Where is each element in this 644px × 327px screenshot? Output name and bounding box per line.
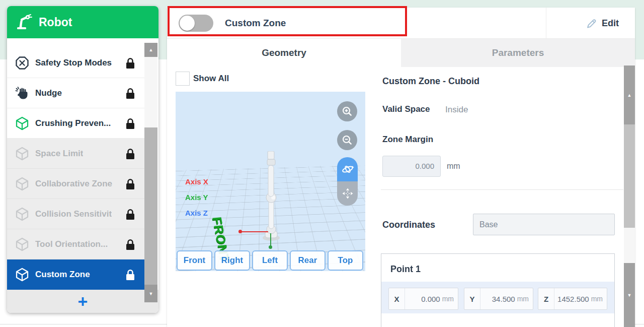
section-divider bbox=[381, 189, 623, 190]
toggle-knob bbox=[180, 16, 195, 31]
magnifier-minus-icon bbox=[342, 135, 353, 146]
edit-button[interactable]: Edit bbox=[570, 8, 635, 39]
sidebar-item-safety-stop-modes[interactable]: Safety Stop Modes bbox=[7, 48, 144, 78]
cube-icon bbox=[15, 207, 29, 221]
lock-icon bbox=[125, 148, 136, 160]
sidebar-item-nudge[interactable]: Nudge bbox=[7, 78, 144, 108]
3d-viewport[interactable]: Axis X Axis Y Axis Z FRONT bbox=[176, 92, 365, 271]
lock-icon bbox=[125, 57, 136, 69]
pan-mode-button[interactable] bbox=[337, 181, 358, 206]
add-zone-row: + bbox=[7, 290, 158, 313]
add-button[interactable]: + bbox=[78, 294, 88, 309]
point-title: Point 1 bbox=[390, 264, 421, 275]
zone-margin-label: Zone Margin bbox=[382, 135, 433, 145]
sidebar-scrollbar[interactable]: ▲ ▼ bbox=[144, 43, 157, 302]
sidebar-item-label: Nudge bbox=[35, 88, 62, 98]
panel-scroll-up-button[interactable]: ▲ bbox=[624, 66, 635, 124]
sidebar-item-label: Custom Zone bbox=[35, 270, 90, 280]
sidebar-item-label: Space Limit bbox=[35, 149, 83, 159]
sidebar-item-collision-sensitivity[interactable]: Collision Sensitivit bbox=[7, 199, 144, 229]
zone-toggle-label: Custom Zone bbox=[225, 8, 286, 39]
sidebar-title: Robot bbox=[39, 16, 72, 29]
axis-letter: Y bbox=[464, 288, 480, 309]
unit-label: mm bbox=[517, 295, 533, 303]
sidebar: Robot Safety Stop Modes bbox=[7, 6, 158, 313]
main-panel: Custom Zone Edit Geometry Parameters Sho… bbox=[167, 8, 635, 327]
view-top-button[interactable]: Top bbox=[328, 250, 363, 271]
coordinates-select[interactable]: Base bbox=[473, 214, 615, 235]
zoom-in-button[interactable] bbox=[337, 101, 357, 121]
sidebar-item-space-limit[interactable]: Space Limit bbox=[7, 139, 144, 169]
app-window: Robot Safety Stop Modes bbox=[0, 0, 644, 327]
sidebar-item-crushing-prevention[interactable]: Crushing Preven... bbox=[7, 108, 144, 139]
point-y-value: 34.500 bbox=[480, 295, 517, 303]
sidebar-item-collaborative-zone[interactable]: Collaborative Zone bbox=[7, 169, 144, 199]
scroll-up-button[interactable]: ▲ bbox=[144, 43, 157, 57]
lock-icon bbox=[125, 238, 136, 250]
tab-parameters[interactable]: Parameters bbox=[401, 39, 635, 67]
nudge-hand-icon bbox=[15, 86, 29, 100]
zoom-out-button[interactable] bbox=[337, 130, 357, 150]
valid-space-value: Inside bbox=[445, 105, 468, 115]
tab-label: Parameters bbox=[492, 47, 544, 58]
robot-arm-model bbox=[255, 151, 287, 242]
point-1-card: Point 1 X 0.000 mm Y 34.500 mm Z 1452.50… bbox=[381, 253, 615, 327]
custom-zone-toggle[interactable] bbox=[179, 15, 213, 32]
view-front-button[interactable]: Front bbox=[177, 250, 212, 271]
orbit-rotate-icon bbox=[341, 163, 354, 175]
scrollbar-thumb[interactable] bbox=[144, 127, 157, 285]
panel-scroll-down-button[interactable]: ▼ bbox=[624, 263, 635, 327]
orbit-mode-button[interactable] bbox=[337, 157, 358, 181]
header-divider bbox=[546, 8, 546, 39]
cube-icon bbox=[15, 116, 29, 130]
scrollbar-track[interactable] bbox=[144, 57, 157, 127]
edit-button-label: Edit bbox=[602, 18, 619, 29]
sidebar-item-label: Safety Stop Modes bbox=[35, 58, 112, 68]
zone-margin-unit: mm bbox=[447, 156, 460, 177]
point-x-field[interactable]: X 0.000 mm bbox=[388, 288, 458, 310]
valid-space-label: Valid Space bbox=[382, 104, 430, 114]
y-axis-end-dot bbox=[269, 245, 272, 249]
tab-label: Geometry bbox=[262, 47, 306, 58]
sidebar-item-label: Collision Sensitivit bbox=[35, 209, 112, 219]
sidebar-item-custom-zone[interactable]: Custom Zone bbox=[7, 259, 144, 290]
point-z-field[interactable]: Z 1452.500 mm bbox=[538, 288, 607, 310]
point-y-field[interactable]: Y 34.500 mm bbox=[464, 288, 533, 310]
axis-letter: X bbox=[389, 288, 405, 309]
lock-icon bbox=[125, 208, 136, 220]
robot-icon bbox=[15, 14, 32, 30]
stop-octagon-icon bbox=[15, 56, 29, 70]
view-left-button[interactable]: Left bbox=[252, 250, 288, 271]
axis-letter: Z bbox=[538, 288, 554, 309]
point-z-value: 1452.500 bbox=[554, 295, 591, 303]
point-x-value: 0.000 bbox=[405, 295, 442, 303]
panel-scrollbar-track[interactable] bbox=[624, 124, 635, 228]
view-right-button[interactable]: Right bbox=[214, 250, 250, 271]
magnifier-plus-icon bbox=[342, 106, 353, 117]
lock-icon bbox=[125, 117, 136, 129]
show-all-label: Show All bbox=[193, 72, 229, 86]
axis-y-label: Axis Y bbox=[185, 193, 208, 202]
pencil-icon bbox=[586, 18, 597, 29]
show-all-checkbox[interactable] bbox=[176, 72, 190, 86]
scroll-down-button[interactable]: ▼ bbox=[144, 285, 157, 302]
cube-icon bbox=[15, 177, 29, 191]
lock-icon bbox=[125, 269, 136, 281]
unit-label: mm bbox=[591, 295, 607, 303]
lock-icon bbox=[125, 178, 136, 190]
y-axis-line bbox=[270, 233, 271, 247]
tab-geometry[interactable]: Geometry bbox=[167, 39, 401, 67]
cube-icon bbox=[15, 268, 29, 282]
tab-bar: Geometry Parameters bbox=[167, 39, 635, 67]
pan-arrows-icon bbox=[342, 187, 354, 200]
zone-header-row: Custom Zone Edit bbox=[167, 8, 635, 39]
unit-label: mm bbox=[442, 295, 458, 303]
sidebar-item-tool-orientation[interactable]: Tool Orientation... bbox=[7, 229, 144, 259]
coordinates-label: Coordinates bbox=[382, 220, 435, 230]
orbit-pan-control bbox=[337, 157, 358, 206]
zone-margin-input[interactable]: 0.000 bbox=[382, 156, 441, 177]
x-axis-line bbox=[240, 231, 268, 232]
view-rear-button[interactable]: Rear bbox=[290, 250, 326, 271]
point-values-row: X 0.000 mm Y 34.500 mm Z 1452.500 mm bbox=[381, 282, 614, 313]
panel-scrollbar-thumb[interactable] bbox=[624, 228, 635, 263]
